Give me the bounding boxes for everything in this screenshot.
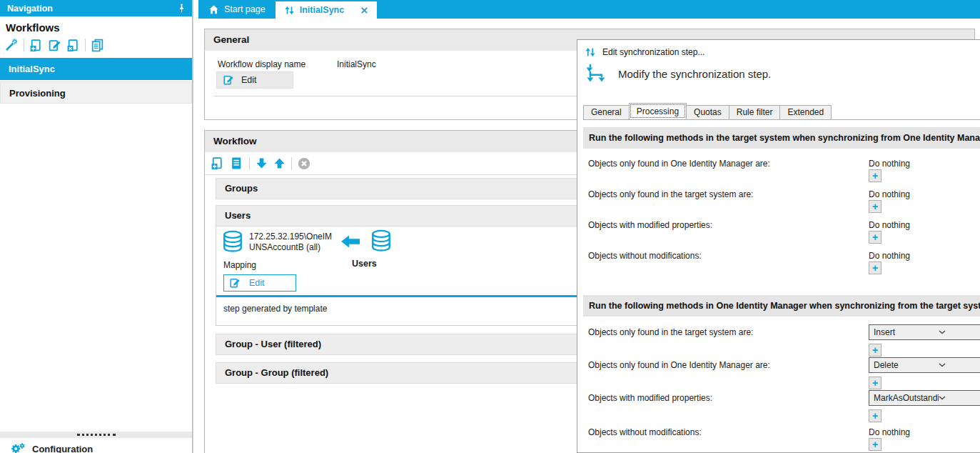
sidebar-item-initialsync[interactable]: InitialSync <box>0 58 192 80</box>
add-method-button[interactable]: + <box>869 200 882 213</box>
list-document-icon[interactable] <box>230 156 243 170</box>
arrow-up-icon[interactable] <box>273 157 286 169</box>
tab-general[interactable]: General <box>583 105 630 119</box>
method-value: Do nothing <box>869 189 910 199</box>
pin-icon[interactable] <box>177 4 186 13</box>
navigation-pane: Navigation Workflows InitialSync Provisi… <box>0 0 193 453</box>
arrow-left-icon <box>341 235 360 248</box>
sidebar-item-provisioning[interactable]: Provisioning <box>0 81 192 104</box>
navigation-title: Navigation <box>7 4 53 14</box>
processing-row: Objects only found in the target system … <box>588 327 980 359</box>
chevron-down-icon <box>939 330 980 334</box>
splitter-handle <box>77 434 116 436</box>
add-method-button[interactable]: + <box>869 344 882 357</box>
tab-rule-filter[interactable]: Rule filter <box>729 105 781 119</box>
add-method-button[interactable]: + <box>869 438 882 451</box>
edit-workflow-button[interactable]: Edit <box>216 71 293 89</box>
workflow-display-name-value: InitialSync <box>337 59 376 69</box>
method-dropdown[interactable]: Insert <box>869 324 980 340</box>
copy-icon[interactable] <box>91 39 104 52</box>
toolbar-separator <box>85 39 86 51</box>
close-icon[interactable] <box>360 6 368 14</box>
method-value: Do nothing <box>869 427 910 437</box>
arrow-down-icon[interactable] <box>256 157 268 169</box>
processing-row: Objects with modified properties: MarkAs… <box>588 393 980 424</box>
tab-extended[interactable]: Extended <box>779 105 832 119</box>
add-document-icon[interactable] <box>29 39 43 52</box>
step-note: step generated by template <box>223 304 327 314</box>
edit-mapping-button[interactable]: Edit <box>223 274 296 292</box>
wand-icon[interactable] <box>4 38 19 52</box>
navigation-pane-titlebar: Navigation <box>0 0 192 16</box>
toolbar-separator <box>24 39 24 51</box>
processing-row: Objects without modifications: Do nothin… <box>588 427 980 453</box>
processing-row: Objects only found in One Identity Manag… <box>588 159 980 190</box>
delete-document-icon[interactable] <box>66 39 80 52</box>
dialog-title: Edit synchronization step... <box>602 47 704 57</box>
processing-row: Objects only found in One Identity Manag… <box>588 360 980 392</box>
tab-start-page[interactable]: Start page <box>198 0 276 19</box>
tab-initialsync[interactable]: InitialSync <box>276 1 378 19</box>
add-method-button[interactable]: + <box>869 231 882 244</box>
dialog-title-row: Edit synchronization step... <box>585 46 704 58</box>
workflows-section-title: Workflows <box>6 21 192 34</box>
tab-quotas[interactable]: Quotas <box>686 105 729 119</box>
method-value: Do nothing <box>869 251 910 261</box>
sidebar-splitter[interactable] <box>0 432 192 438</box>
processing-row: Objects only found in the target system … <box>588 189 980 221</box>
method-value: Do nothing <box>869 159 910 169</box>
toolbar-separator <box>249 157 250 170</box>
document-tabbar: Start page InitialSync <box>198 0 980 19</box>
pencil-icon <box>229 277 241 289</box>
edit-sync-step-dialog: Edit synchronization step... Modify the … <box>577 39 980 453</box>
add-method-button[interactable]: + <box>869 262 882 274</box>
workflow-display-name-label: Workflow display name <box>218 59 305 69</box>
gears-icon <box>10 442 26 453</box>
sync-step-icon <box>284 5 295 16</box>
method-dropdown[interactable]: MarkAsOutstanding <box>869 390 980 406</box>
section-header-to-oneim: Run the following methods in One Identit… <box>583 295 980 317</box>
database-icon <box>222 230 243 253</box>
method-dropdown[interactable]: Delete <box>869 357 980 373</box>
disabled-remove-icon <box>298 157 310 170</box>
mapping-target-label: Users <box>352 259 377 269</box>
processing-row: Objects with modified properties: Do not… <box>588 220 980 252</box>
home-icon <box>208 4 219 15</box>
add-document-icon[interactable] <box>211 156 224 170</box>
method-value: Do nothing <box>869 220 910 230</box>
workflows-toolbar <box>0 36 192 56</box>
mapping-source-name: 172.25.32.195\OneIM UNSAccountB (all) <box>249 232 332 253</box>
dialog-tabstrip: General Processing Quotas Rule filter Ex… <box>583 104 980 120</box>
tab-processing[interactable]: Processing <box>629 103 687 119</box>
add-method-button[interactable]: + <box>869 377 882 389</box>
chevron-down-icon <box>939 396 980 400</box>
pencil-icon <box>223 74 234 86</box>
branch-icon <box>584 63 608 87</box>
configuration-label: Configuration <box>32 444 93 453</box>
processing-row: Objects without modifications: Do nothin… <box>588 251 980 282</box>
add-method-button[interactable]: + <box>869 409 882 422</box>
edit-document-icon[interactable] <box>48 39 61 52</box>
mapping-label: Mapping <box>223 260 256 270</box>
database-icon <box>370 229 392 252</box>
sidebar-item-configuration[interactable]: Configuration <box>0 439 192 453</box>
dialog-subtitle: Modify the synchronization step. <box>618 68 771 80</box>
toolbar-separator <box>291 157 292 170</box>
chevron-down-icon <box>939 363 980 367</box>
add-method-button[interactable]: + <box>869 169 882 182</box>
section-header-to-target: Run the following methods in the target … <box>583 127 980 149</box>
document-area: Start page InitialSync General Workflow … <box>193 0 980 453</box>
sync-step-icon <box>585 46 596 58</box>
